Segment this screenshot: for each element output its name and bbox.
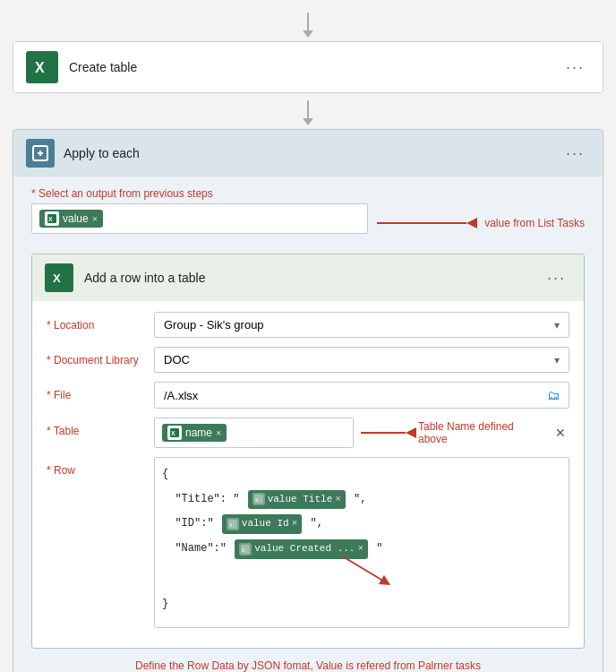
- diagonal-arrow-container: [341, 564, 561, 591]
- value-token-close[interactable]: ×: [92, 213, 98, 224]
- value-annotation: value from List Tasks: [377, 214, 585, 232]
- apply-to-each-card: Apply to each ··· * Select an output fro…: [13, 129, 603, 672]
- table-control: X name ×: [154, 418, 569, 448]
- create-table-more[interactable]: ···: [560, 56, 590, 79]
- doc-library-label: * Document Library: [47, 347, 154, 366]
- excel-icon: X: [26, 51, 58, 83]
- row-annotation-note: Define the Row Data by JSON fomat, Value…: [31, 658, 585, 672]
- flow-container: X Create table ··· Apply to each ··· * S…: [13, 9, 603, 672]
- svg-line-15: [341, 556, 386, 582]
- svg-text:X: X: [229, 522, 233, 529]
- table-label: * Table: [47, 418, 154, 437]
- table-annotation-row: Table Name defined above: [361, 420, 544, 445]
- value-token-input[interactable]: X value ×: [31, 203, 368, 234]
- token-value-id: X value Id ×: [222, 514, 302, 534]
- file-icon: 🗂: [547, 388, 560, 402]
- svg-text:X: X: [255, 497, 259, 504]
- annotation-arrow: [377, 214, 484, 232]
- add-row-card: X Add a row into a table ··· * Location …: [31, 254, 585, 649]
- row-textarea[interactable]: { "Title": " X: [154, 457, 569, 628]
- arrow-mid1: [303, 100, 313, 125]
- table-token-icon: X: [167, 426, 182, 440]
- arrow-top: [303, 13, 313, 38]
- apply-more[interactable]: ···: [560, 142, 590, 165]
- apply-body: * Select an output from previous steps X…: [13, 177, 603, 672]
- doc-library-value: DOC: [164, 353, 190, 366]
- table-token: X name ×: [162, 424, 227, 442]
- row-line-2: "Title": " X value Titl: [162, 490, 561, 510]
- add-row-icon: X: [45, 263, 73, 292]
- doc-library-select[interactable]: DOC ▾: [154, 347, 569, 373]
- doc-library-chevron: ▾: [554, 354, 560, 366]
- value-token: X value ×: [39, 210, 103, 228]
- add-row-more[interactable]: ···: [542, 267, 571, 289]
- add-row-title: Add a row into a table: [84, 271, 542, 285]
- svg-text:X: X: [48, 216, 53, 222]
- token-icon: X: [45, 211, 59, 226]
- location-row: * Location Group - Sik's group ▾: [47, 312, 569, 338]
- table-clear-btn[interactable]: ✕: [552, 424, 569, 442]
- value-token-label: value: [63, 212, 89, 225]
- svg-text:X: X: [53, 271, 61, 285]
- file-input[interactable]: /A.xlsx 🗂: [154, 382, 569, 409]
- annotation-text: value from List Tasks: [484, 217, 585, 229]
- table-arrow: [361, 424, 415, 442]
- location-control[interactable]: Group - Sik's group ▾: [154, 312, 569, 338]
- location-value: Group - Sik's group: [164, 318, 264, 332]
- token-value-title: X value Title ×: [248, 490, 346, 510]
- apply-icon: [26, 139, 55, 168]
- table-token-close[interactable]: ×: [216, 427, 221, 438]
- location-chevron: ▾: [554, 319, 560, 332]
- svg-text:X: X: [242, 547, 245, 554]
- apply-header: Apply to each ···: [13, 130, 603, 177]
- add-row-header: X Add a row into a table ···: [32, 254, 584, 301]
- table-token-field[interactable]: X name ×: [154, 418, 354, 448]
- table-row-field: * Table X: [47, 418, 569, 448]
- row-control[interactable]: { "Title": " X: [154, 457, 569, 628]
- table-annotation-text: Table Name defined above: [418, 420, 544, 445]
- file-value: /A.xlsx: [164, 389, 198, 402]
- add-row-body: * Location Group - Sik's group ▾ * Docum…: [32, 301, 584, 648]
- doc-library-row: * Document Library DOC ▾: [47, 347, 569, 373]
- file-control[interactable]: /A.xlsx 🗂: [154, 382, 569, 409]
- apply-title: Apply to each: [64, 146, 560, 160]
- doc-library-control[interactable]: DOC ▾: [154, 347, 569, 373]
- row-line-1: {: [162, 465, 561, 485]
- create-table-card: X Create table ···: [13, 41, 603, 93]
- row-line-3: "ID":" X value Id: [162, 514, 561, 534]
- row-line-5: }: [162, 595, 561, 615]
- location-select[interactable]: Group - Sik's group ▾: [154, 312, 569, 338]
- diagonal-arrow-svg: [341, 556, 404, 591]
- location-label: * Location: [47, 312, 154, 332]
- file-row: * File /A.xlsx 🗂: [47, 382, 569, 409]
- select-output-label: * Select an output from previous steps: [31, 187, 585, 200]
- svg-text:X: X: [171, 430, 175, 436]
- row-field-row: * Row { "Title": ": [47, 457, 569, 628]
- table-token-label: name: [185, 426, 212, 439]
- svg-text:X: X: [35, 60, 45, 75]
- file-label: * File: [47, 382, 154, 401]
- create-table-title: Create table: [69, 60, 560, 74]
- row-label: * Row: [47, 457, 154, 477]
